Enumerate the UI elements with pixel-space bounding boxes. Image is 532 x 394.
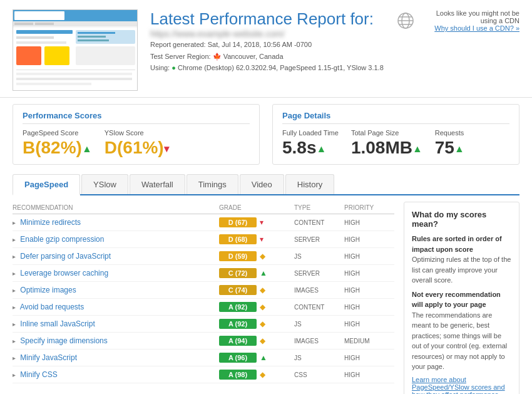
scores-para1: Rules are sorted in order of impact upon… (412, 234, 511, 286)
chevron-icon: ▸ (13, 304, 16, 311)
rec-type: SERVER (294, 236, 344, 243)
svg-rect-5 (35, 23, 54, 25)
total-size-arrow: ▲ (412, 143, 422, 154)
table-header: RECOMMENDATION GRADE TYPE PRIORITY (13, 202, 394, 214)
grade-badge: A (92) (219, 302, 257, 312)
grade-col: A (98) ◆ (219, 370, 294, 380)
page-details-box: Page Details Fully Loaded Time 5.8s▲ Tot… (272, 104, 519, 165)
grade-icon: ▲ (260, 269, 267, 277)
cdn-notice: Looks like you might not be using a CDN … (419, 9, 519, 32)
requests-item: Requests 75▲ (435, 129, 464, 158)
pagespeed-learn-link[interactable]: Learn more about PageSpeed/YSlow scores … (412, 376, 505, 395)
rec-name[interactable]: ▸ Optimize images (13, 286, 219, 294)
svg-rect-7 (16, 30, 73, 34)
rec-name[interactable]: ▸ Minimize redirects (13, 218, 219, 227)
perf-scores-title: Performance Scores (23, 111, 250, 124)
rec-type: IMAGES (294, 287, 344, 294)
grade-col: D (59) ◆ (219, 251, 294, 261)
rec-name[interactable]: ▸ Enable gzip compression (13, 235, 219, 244)
using-label: Using: (150, 64, 170, 71)
rec-name[interactable]: ▸ Leverage browser caching (13, 269, 219, 277)
grade-badge: A (96) (219, 353, 257, 363)
server-region: Vancouver, Canada (223, 53, 284, 60)
page-title: Latest Performance Report for: (150, 9, 397, 29)
rec-type: JS (294, 321, 344, 328)
svg-rect-14 (16, 73, 132, 75)
rec-name[interactable]: ▸ Minify CSS (13, 370, 219, 379)
yslow-score-item: YSlow Score D(61%)▾ (105, 129, 169, 158)
col-recommendation: RECOMMENDATION (13, 204, 219, 211)
chevron-icon: ▸ (13, 355, 16, 361)
svg-rect-8 (16, 36, 54, 39)
fully-loaded-value: 5.8s▲ (282, 138, 339, 158)
page-url: https://www.example-website.com/ (150, 29, 397, 39)
rec-priority: HIGH (344, 270, 394, 277)
grade-badge: A (92) (219, 319, 257, 329)
rec-name[interactable]: ▸ Specify image dimensions (13, 336, 219, 345)
svg-rect-16 (16, 83, 91, 85)
tab-timings[interactable]: Timings (187, 174, 238, 194)
rec-name[interactable]: ▸ Avoid bad requests (13, 303, 219, 311)
grade-col: D (68) ▾ (219, 234, 294, 244)
cdn-link[interactable]: Why should I use a CDN? » (434, 24, 519, 32)
tab-yslow[interactable]: YSlow (81, 174, 128, 194)
header-info: Latest Performance Report for: https://w… (150, 9, 397, 74)
tab-waterfall[interactable]: Waterfall (130, 174, 185, 194)
table-row: ▸ Optimize images C (74) ◆ IMAGES HIGH (13, 282, 394, 299)
rec-type: CONTENT (294, 304, 344, 311)
chevron-icon: ▸ (13, 236, 16, 243)
page-details-title: Page Details (282, 111, 509, 124)
fully-loaded-item: Fully Loaded Time 5.8s▲ (282, 129, 339, 158)
col-grade: GRADE (219, 204, 294, 211)
grade-icon: ◆ (260, 336, 265, 345)
requests-arrow: ▲ (454, 143, 464, 154)
chevron-icon: ▸ (13, 287, 16, 294)
grade-icon: ◆ (260, 303, 265, 311)
scores-explanation-title: What do my scores mean? (412, 210, 511, 229)
svg-rect-9 (16, 41, 66, 44)
main-content: RECOMMENDATION GRADE TYPE PRIORITY ▸ Min… (0, 195, 532, 394)
grade-icon: ▾ (260, 235, 263, 244)
svg-rect-20 (78, 39, 109, 41)
requests-label: Requests (435, 129, 464, 137)
tab-pagespeed[interactable]: PageSpeed (13, 174, 80, 195)
rec-name[interactable]: ▸ Inline small JavaScript (13, 319, 219, 328)
header-meta: Report generated: Sat, Jul 14, 2018, 10:… (150, 39, 397, 74)
svg-rect-18 (78, 32, 115, 34)
rec-priority: HIGH (344, 371, 394, 378)
table-row: ▸ Inline small JavaScript A (92) ◆ JS HI… (13, 316, 394, 333)
chevron-icon: ▸ (13, 253, 16, 260)
fully-loaded-label: Fully Loaded Time (282, 129, 339, 137)
grade-icon: ◆ (260, 370, 265, 379)
rec-priority: HIGH (344, 287, 394, 294)
rec-priority: HIGH (344, 236, 394, 243)
grade-col: A (92) ◆ (219, 319, 294, 329)
grade-badge: A (98) (219, 370, 257, 380)
tab-history[interactable]: History (285, 174, 334, 194)
pagespeed-arrow: ▲ (82, 143, 92, 154)
grade-badge: C (74) (219, 285, 257, 295)
rec-name[interactable]: ▸ Defer parsing of JavaScript (13, 252, 219, 261)
grade-icon: ◆ (260, 319, 265, 328)
chevron-icon: ▸ (13, 321, 16, 328)
rec-type: CSS (294, 371, 344, 378)
grade-col: C (74) ◆ (219, 285, 294, 295)
svg-rect-4 (14, 23, 33, 25)
yslow-value: D(61%)▾ (105, 138, 169, 158)
yslow-arrow: ▾ (164, 143, 169, 154)
total-size-value: 1.08MB▲ (351, 138, 422, 158)
rec-priority: HIGH (344, 253, 394, 260)
table-row: ▸ Avoid bad requests A (92) ◆ CONTENT HI… (13, 299, 394, 316)
report-date: Sat, Jul 14, 2018, 10:56 AM -0700 (208, 41, 312, 48)
table-row: ▸ Defer parsing of JavaScript D (59) ◆ J… (13, 248, 394, 265)
grade-badge: D (67) (219, 217, 257, 227)
table-row: ▸ Specify image dimensions A (94) ◆ IMAG… (13, 333, 394, 350)
svg-rect-15 (16, 78, 132, 80)
grade-badge: D (68) (219, 234, 257, 244)
grade-icon: ▲ (260, 353, 267, 362)
tab-video[interactable]: Video (240, 174, 284, 194)
chevron-icon: ▸ (13, 371, 16, 378)
rec-name[interactable]: ▸ Minify JavaScript (13, 353, 219, 362)
scores-explanation-box: What do my scores mean? Rules are sorted… (404, 202, 519, 394)
rec-type: JS (294, 253, 344, 260)
